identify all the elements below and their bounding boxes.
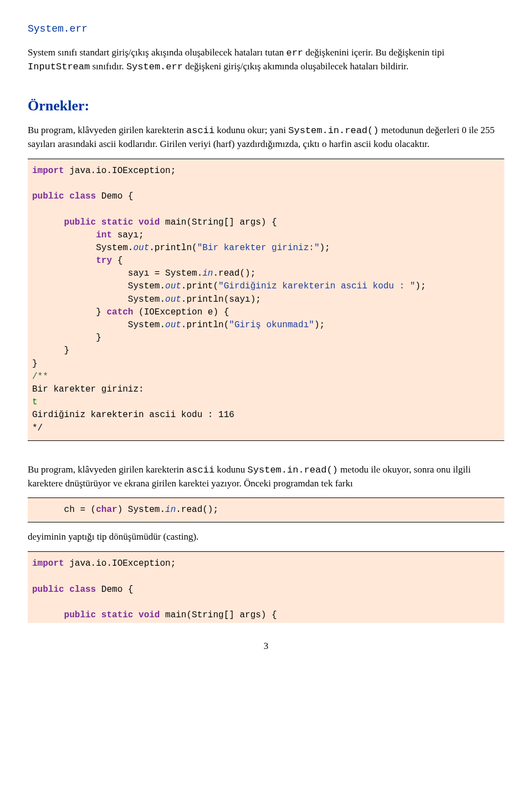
code-text: Demo { [96, 585, 133, 595]
kw: public class [32, 585, 96, 595]
text: değişkenini içerir. Bu değişkenin tipi [303, 47, 444, 58]
code-text: .println(sayı); [181, 295, 261, 304]
code-text: (IOException e) { [133, 307, 229, 317]
comment: /** [32, 372, 48, 382]
code-text: java.io.IOException; [64, 559, 176, 569]
code-text: ); [415, 281, 426, 291]
text: Bu program, klâvyeden girilen karekterin [28, 125, 186, 135]
kw: import [32, 166, 64, 176]
field: in [202, 268, 213, 278]
code-text: ); [320, 243, 330, 253]
code-text: ); [314, 320, 325, 330]
field: out [165, 281, 181, 291]
field: out [133, 243, 149, 253]
text: kodunu okur; yani [214, 125, 288, 135]
page-number: 3 [28, 639, 504, 653]
code-text: sayı; [112, 230, 144, 240]
text: System sınıfı standart giriş/çıkış akışı… [28, 47, 286, 58]
code-block-1: import java.io.IOException; public class… [28, 159, 504, 441]
code-text: { [112, 256, 122, 266]
text: sınıfıdır. [90, 61, 126, 72]
section-heading: System.err [28, 22, 504, 36]
brace: } [64, 346, 70, 356]
paragraph-3: Bu program, klâvyeden girilen karekterin… [28, 463, 504, 490]
kw: catch [106, 307, 133, 317]
code-text: .println( [181, 320, 229, 330]
code-text: System. [128, 320, 165, 330]
paragraph-2: Bu program, klâvyeden girilen karekterin… [28, 124, 504, 151]
code-inline: err [286, 48, 303, 58]
kw: char [96, 505, 117, 515]
code-block-2: ch = (char) System.in.read(); [28, 498, 504, 522]
brace: } [96, 333, 101, 343]
code-block-3: import java.io.IOException; public class… [28, 551, 504, 623]
code-text: System. [128, 281, 165, 291]
kw: public class [32, 191, 96, 201]
text: Bu program, klâvyeden girilen karekterin [28, 464, 186, 475]
code-inline: InputStream [28, 62, 90, 72]
kw: try [96, 256, 112, 266]
output-line: Girdiğiniz karekterin ascii kodu : 116 [32, 410, 234, 420]
code-text: System. [128, 295, 165, 304]
code-inline: ascii [186, 125, 214, 136]
code-text: main(String[] args) { [160, 610, 277, 620]
code-text: java.io.IOException; [64, 166, 176, 176]
code-text: .read(); [176, 505, 218, 515]
code-text: .read(); [213, 268, 255, 278]
field: in [165, 505, 176, 515]
code-inline: System.in.read() [248, 465, 338, 475]
paragraph-1: System sınıfı standart giriş/çıkış akışı… [28, 46, 504, 74]
code-text: .print( [181, 281, 218, 291]
code-text: main(String[] args) { [160, 217, 277, 227]
code-text: Demo { [96, 191, 133, 201]
code-text: ch = ( [64, 505, 96, 515]
code-text: .println( [149, 243, 197, 253]
user-input: t [32, 397, 38, 407]
kw: import [32, 559, 64, 569]
examples-heading: Örnekler: [28, 96, 504, 116]
field: out [165, 295, 181, 304]
comment-close: */ [32, 423, 43, 433]
kw: int [96, 230, 112, 240]
code-text: ) System. [117, 505, 165, 515]
code-inline: ascii [186, 465, 214, 475]
text: değişkeni giriş/çıkış akımında oluşabile… [183, 61, 408, 72]
field: out [165, 320, 181, 330]
string: "Girdiğiniz karekterin ascii kodu : " [218, 281, 415, 291]
code-text: sayı = System. [128, 268, 202, 278]
output-line: Bir karekter giriniz: [32, 384, 144, 394]
code-text: } [96, 307, 106, 317]
kw: public static void [64, 217, 160, 227]
string: "Giriş okunmadı" [229, 320, 314, 330]
paragraph-4: deyiminin yaptığı tip dönüşümüdür (casti… [28, 530, 504, 544]
kw: public static void [64, 610, 160, 620]
text: kodunu [214, 464, 248, 475]
code-text: System. [96, 243, 133, 253]
brace: } [32, 359, 38, 369]
code-inline: System.err [126, 62, 183, 72]
string: "Bir karekter giriniz:" [197, 243, 320, 253]
code-inline: System.in.read() [288, 125, 378, 136]
